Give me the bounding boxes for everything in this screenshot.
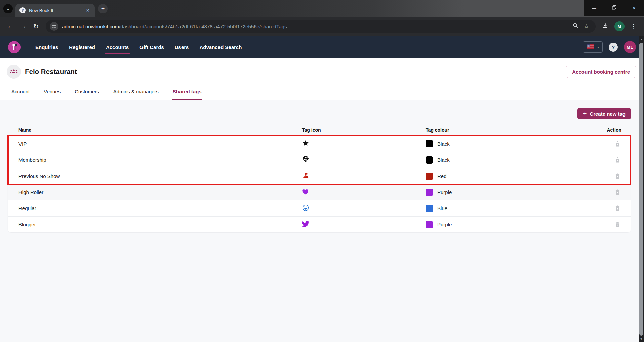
tag-name: Previous No Show [18, 173, 302, 179]
tab-title: Now Book It [29, 8, 84, 13]
nowbookit-logo[interactable] [8, 41, 21, 53]
trash-icon [614, 205, 621, 212]
colour-label: Purple [437, 189, 452, 195]
tags-table-card: VIP Black Membership [8, 136, 631, 232]
gem-icon [302, 156, 309, 164]
help-button[interactable]: ? [609, 43, 618, 52]
colour-swatch [426, 173, 433, 180]
table-header-row: Name Tag icon Tag colour Action [8, 125, 631, 136]
scroll-down-icon[interactable]: ▼ [640, 336, 643, 342]
colour-label: Black [437, 141, 450, 147]
tab-search-button[interactable]: ⌄ [3, 4, 13, 13]
trash-icon [614, 189, 621, 195]
forward-button[interactable]: → [17, 21, 29, 32]
tab-customers[interactable]: Customers [70, 85, 104, 100]
actions-row: + Create new tag [8, 108, 631, 119]
create-new-tag-button[interactable]: + Create new tag [577, 108, 631, 119]
zoom-out-icon[interactable] [570, 23, 581, 30]
delete-tag-button[interactable] [614, 221, 621, 228]
colour-swatch [426, 221, 433, 228]
nav-item-registered[interactable]: Registered [64, 36, 100, 58]
window-controls: — ✕ [584, 0, 644, 16]
minimize-button[interactable]: — [584, 0, 604, 16]
nav-item-gift-cards[interactable]: Gift Cards [134, 36, 169, 58]
restore-icon [612, 5, 616, 11]
nav-item-enquiries[interactable]: Enquiries [30, 36, 64, 58]
tab-close-icon[interactable]: ✕ [84, 7, 91, 14]
account-group-icon [7, 65, 21, 79]
browser-profile-avatar[interactable]: M [614, 21, 625, 31]
colour-swatch [426, 156, 433, 164]
tab-venues[interactable]: Venues [39, 85, 65, 100]
tag-name: Membership [18, 157, 302, 163]
table-row[interactable]: Membership Black [8, 152, 631, 168]
reload-icon: ↻ [33, 23, 39, 30]
user-avatar[interactable]: ML [624, 41, 636, 53]
table-row[interactable]: Blogger Purple [8, 216, 631, 232]
tab-account[interactable]: Account [7, 85, 34, 100]
table-row[interactable]: Previous No Show Red [8, 168, 631, 184]
delete-tag-button[interactable] [614, 172, 621, 180]
app-navbar: Enquiries Registered Accounts Gift Cards… [0, 36, 644, 58]
delete-tag-button[interactable] [614, 204, 621, 212]
site-settings-icon[interactable] [50, 22, 58, 31]
back-icon: ← [7, 23, 14, 30]
colour-label: Black [437, 157, 450, 163]
page-scrollbar[interactable]: ▲ ▼ [639, 36, 644, 342]
tag-name: VIP [18, 141, 302, 147]
trash-icon [614, 173, 621, 179]
browser-toolbar: ← → ↻ admin.uat.nowbookit.com/dashboard/… [0, 17, 644, 36]
create-new-tag-label: Create new tag [590, 111, 626, 117]
locale-dropdown[interactable]: ▾ [583, 41, 603, 53]
url-path: /dashboard/accounts/74b1a2df-61fa-4878-a… [119, 24, 287, 29]
colour-swatch [426, 205, 433, 212]
title-row: Felo Restaurant Account booking centre [7, 65, 636, 79]
tag-name: Blogger [18, 222, 302, 227]
question-mark-icon: ? [612, 44, 615, 50]
download-button[interactable] [600, 21, 611, 32]
back-button[interactable]: ← [5, 21, 16, 32]
delete-tag-button[interactable] [614, 140, 621, 148]
browser-tab[interactable]: Now Book It ✕ [15, 4, 95, 17]
delete-tag-button[interactable] [614, 188, 621, 196]
page-tabs: Account Venues Customers Admins & manage… [7, 85, 636, 100]
colour-label: Blue [437, 205, 447, 211]
tab-admins-managers[interactable]: Admins & managers [109, 85, 163, 100]
browser-menu-button[interactable]: ⋮ [628, 21, 639, 32]
close-icon: ✕ [632, 6, 636, 11]
chevron-down-icon: ▾ [597, 45, 599, 49]
kebab-menu-icon: ⋮ [631, 23, 637, 30]
column-header-name: Name [18, 127, 302, 133]
column-header-action: Action [607, 127, 621, 133]
delete-tag-button[interactable] [614, 156, 621, 164]
address-bar[interactable]: admin.uat.nowbookit.com/dashboard/accoun… [46, 20, 596, 33]
restore-button[interactable] [604, 0, 624, 16]
table-row[interactable]: High Roller Purple [8, 184, 631, 200]
primary-nav: Enquiries Registered Accounts Gift Cards… [30, 36, 247, 58]
scrollbar-thumb[interactable] [639, 43, 643, 336]
page-header: Felo Restaurant Account booking centre A… [0, 58, 644, 100]
table-row[interactable]: VIP Black [8, 136, 631, 152]
nav-item-users[interactable]: Users [169, 36, 194, 58]
bookmark-star-icon[interactable]: ☆ [581, 23, 592, 30]
smiley-icon [302, 204, 309, 213]
new-tab-button[interactable]: + [98, 4, 108, 13]
nav-item-advanced-search[interactable]: Advanced Search [194, 36, 247, 58]
window-close-button[interactable]: ✕ [624, 0, 644, 16]
url-text[interactable]: admin.uat.nowbookit.com/dashboard/accoun… [62, 24, 570, 29]
column-header-tag-colour: Tag colour [426, 127, 607, 133]
us-flag-icon [587, 44, 594, 50]
scroll-up-icon[interactable]: ▲ [640, 36, 643, 42]
nav-item-accounts[interactable]: Accounts [100, 36, 134, 58]
trash-icon [614, 141, 621, 147]
colour-swatch [426, 189, 433, 196]
twitter-icon [302, 220, 309, 229]
browser-tabstrip: ⌄ Now Book It ✕ + — ✕ [0, 0, 644, 17]
plus-icon: + [583, 110, 587, 117]
account-booking-centre-button[interactable]: Account booking centre [566, 66, 636, 78]
tab-shared-tags[interactable]: Shared tags [168, 85, 206, 100]
chevron-down-icon: ⌄ [6, 7, 9, 11]
reload-button[interactable]: ↻ [30, 21, 42, 32]
table-row[interactable]: Regular Blue [8, 200, 631, 216]
plus-icon: + [101, 5, 105, 12]
